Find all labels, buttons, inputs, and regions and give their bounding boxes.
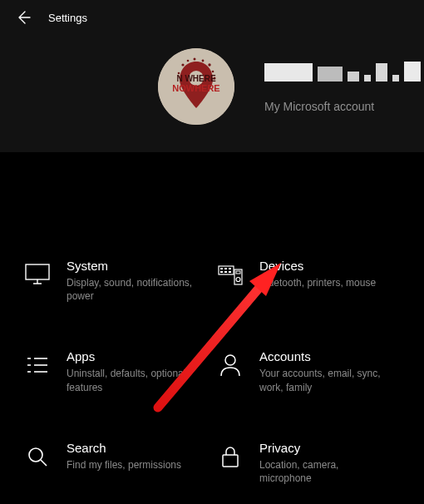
account-subtext[interactable]: My Microsoft account	[264, 100, 421, 113]
tile-system[interactable]: System Display, sound, notifications, po…	[23, 259, 208, 303]
back-button[interactable]	[13, 7, 33, 27]
devices-icon	[216, 260, 244, 289]
svg-point-2	[181, 63, 184, 66]
avatar: N WHERE NOWHERE	[158, 48, 234, 125]
svg-text:NOWHERE: NOWHERE	[172, 83, 219, 93]
svg-point-29	[225, 355, 235, 365]
page-title: Settings	[48, 12, 87, 24]
tile-title: Privacy	[259, 441, 392, 455]
settings-grid: System Display, sound, notifications, po…	[23, 259, 401, 485]
tile-title: Accounts	[259, 349, 392, 363]
arrow-left-icon	[15, 9, 32, 26]
svg-point-3	[187, 60, 190, 62]
accounts-icon	[216, 351, 244, 379]
tile-desc: Uninstall, defaults, optional features	[67, 367, 200, 393]
tile-desc: Bluetooth, printers, mouse	[259, 276, 376, 289]
tile-accounts[interactable]: Accounts Your accounts, email, sync, wor…	[216, 349, 401, 393]
titlebar: Settings	[0, 0, 424, 35]
svg-point-7	[212, 71, 214, 73]
tile-desc: Your accounts, email, sync, work, family	[259, 367, 392, 393]
tile-devices[interactable]: Devices Bluetooth, printers, mouse	[216, 259, 401, 303]
svg-rect-18	[224, 271, 227, 273]
tile-desc: Location, camera, microphone	[259, 458, 392, 485]
username-redacted	[264, 60, 421, 82]
apps-icon	[23, 351, 52, 379]
svg-rect-19	[229, 271, 231, 273]
svg-rect-17	[220, 271, 223, 273]
tile-desc: Display, sound, notifications, power	[67, 276, 200, 303]
svg-point-6	[208, 63, 210, 66]
svg-point-30	[29, 448, 42, 462]
system-icon	[23, 260, 52, 289]
tile-title: Apps	[67, 349, 200, 363]
account-row[interactable]: N WHERE NOWHERE My Microsoft account	[0, 48, 424, 125]
svg-line-31	[41, 460, 47, 466]
svg-rect-32	[223, 455, 238, 467]
svg-rect-12	[26, 264, 49, 279]
svg-point-21	[236, 278, 240, 282]
settings-header: Settings N WHERE NOWHERE	[0, 0, 424, 152]
svg-point-4	[194, 58, 196, 61]
tile-search[interactable]: Search Find my files, permissions	[23, 441, 208, 485]
privacy-icon	[216, 442, 244, 471]
tile-title: Search	[67, 441, 181, 455]
tile-title: Devices	[259, 259, 376, 273]
svg-rect-15	[224, 268, 227, 269]
svg-point-5	[202, 60, 205, 62]
svg-rect-22	[236, 271, 240, 274]
svg-rect-14	[220, 268, 223, 269]
svg-text:N WHERE: N WHERE	[176, 74, 216, 83]
tile-apps[interactable]: Apps Uninstall, defaults, optional featu…	[23, 349, 208, 393]
svg-rect-13	[219, 266, 234, 274]
svg-rect-16	[229, 268, 231, 269]
tile-desc: Find my files, permissions	[67, 458, 181, 472]
search-icon	[23, 442, 52, 471]
tile-privacy[interactable]: Privacy Location, camera, microphone	[216, 441, 401, 485]
tile-title: System	[67, 259, 200, 273]
